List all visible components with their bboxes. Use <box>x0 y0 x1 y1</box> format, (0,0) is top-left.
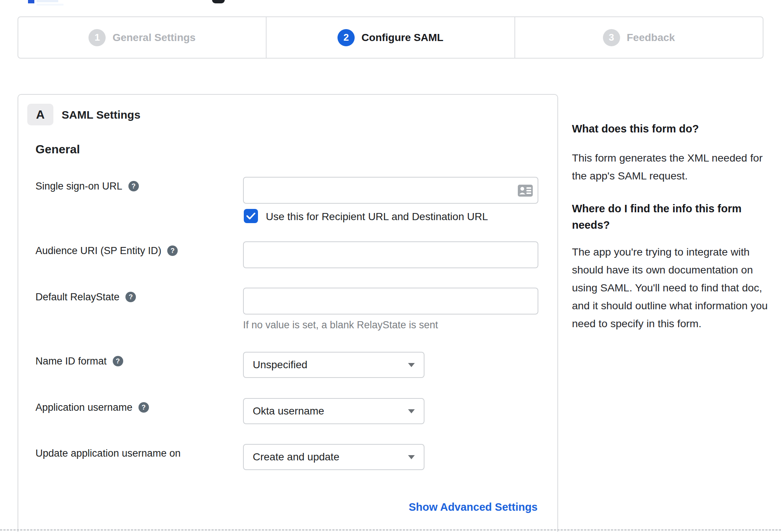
step-general-settings[interactable]: 1 General Settings <box>18 17 266 58</box>
select-value: Create and update <box>253 451 339 463</box>
help-icon[interactable]: ? <box>128 181 139 191</box>
wizard-stepper: 1 General Settings 2 Configure SAML 3 Fe… <box>18 16 763 59</box>
step-label: Configure SAML <box>361 32 443 44</box>
chevron-down-icon <box>408 363 415 367</box>
help-icon[interactable]: ? <box>113 356 123 366</box>
step-label: Feedback <box>627 32 675 44</box>
label-text: Name ID format <box>35 356 107 367</box>
cutoff-header-fragment-light-2 <box>37 4 63 6</box>
step-number-badge: 2 <box>337 29 355 46</box>
update-application-username-select[interactable]: Create and update <box>243 444 424 470</box>
saml-settings-panel: A SAML Settings General Single sign-on U… <box>18 94 558 532</box>
select-value: Okta username <box>253 405 324 417</box>
general-section-heading: General <box>35 143 80 156</box>
application-username-select[interactable]: Okta username <box>243 398 424 424</box>
help-paragraph-what: This form generates the XML needed for t… <box>572 149 777 185</box>
select-value: Unspecified <box>253 359 307 371</box>
help-icon[interactable]: ? <box>167 245 178 256</box>
show-advanced-settings-link[interactable]: Show Advanced Settings <box>409 501 538 513</box>
help-heading-where: Where do I find the info this form needs… <box>572 200 759 233</box>
help-icon[interactable]: ? <box>139 402 149 413</box>
step-label: General Settings <box>112 32 196 44</box>
single-sign-on-url-label: Single sign-on URL ? <box>35 180 139 193</box>
checkmark-icon <box>246 212 255 220</box>
step-configure-saml[interactable]: 2 Configure SAML <box>266 17 514 58</box>
help-heading-what: What does this form do? <box>572 121 777 137</box>
help-sidebar: What does this form do? This form genera… <box>572 121 777 332</box>
cutoff-header-fragment-light <box>37 0 58 2</box>
help-paragraph-where: The app you're trying to integrate with … <box>572 243 777 332</box>
chevron-down-icon <box>408 409 415 413</box>
label-text: Application username <box>35 402 133 413</box>
label-text: Audience URI (SP Entity ID) <box>35 245 161 257</box>
name-id-format-label: Name ID format ? <box>35 355 123 367</box>
step-number-badge: 3 <box>603 29 620 46</box>
recipient-url-checkbox-label[interactable]: Use this for Recipient URL and Destinati… <box>266 211 488 223</box>
cutoff-header-icon-fragment <box>212 0 225 3</box>
name-id-format-select[interactable]: Unspecified <box>243 352 424 378</box>
recipient-url-checkbox[interactable] <box>244 209 258 223</box>
cutoff-header-fragment-blue <box>28 0 34 3</box>
contact-card-icon <box>517 184 533 197</box>
label-text: Default RelayState <box>35 291 119 303</box>
audience-uri-label: Audience URI (SP Entity ID) ? <box>35 244 178 257</box>
update-application-username-label: Update application username on <box>35 447 181 460</box>
single-sign-on-url-input[interactable] <box>243 177 538 204</box>
chevron-down-icon <box>408 455 415 459</box>
step-feedback[interactable]: 3 Feedback <box>514 17 763 58</box>
label-text: Single sign-on URL <box>35 181 122 192</box>
section-a-badge: A <box>27 104 53 125</box>
application-username-label: Application username ? <box>35 401 149 414</box>
relaystate-helper-text: If no value is set, a blank RelayState i… <box>243 319 438 331</box>
audience-uri-input[interactable] <box>243 241 538 268</box>
bottom-dashed-line <box>0 529 781 531</box>
default-relaystate-input[interactable] <box>243 288 538 314</box>
label-text: Update application username on <box>35 448 181 459</box>
help-icon[interactable]: ? <box>125 292 136 302</box>
step-number-badge: 1 <box>88 29 106 46</box>
panel-title: SAML Settings <box>62 109 140 121</box>
default-relaystate-label: Default RelayState ? <box>35 291 136 303</box>
